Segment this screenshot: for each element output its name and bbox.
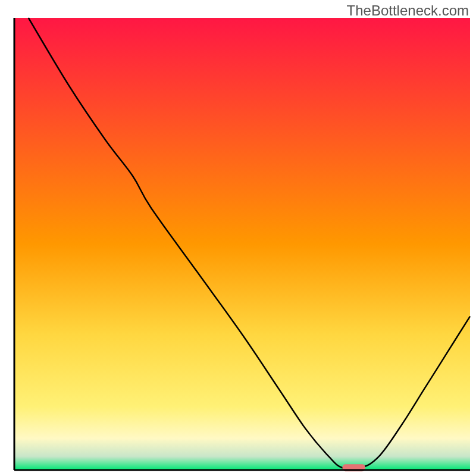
- bottleneck-chart: TheBottleneck.com: [0, 0, 476, 476]
- chart-svg: [0, 0, 476, 476]
- gradient-background: [14, 18, 470, 470]
- watermark-text: TheBottleneck.com: [347, 2, 469, 19]
